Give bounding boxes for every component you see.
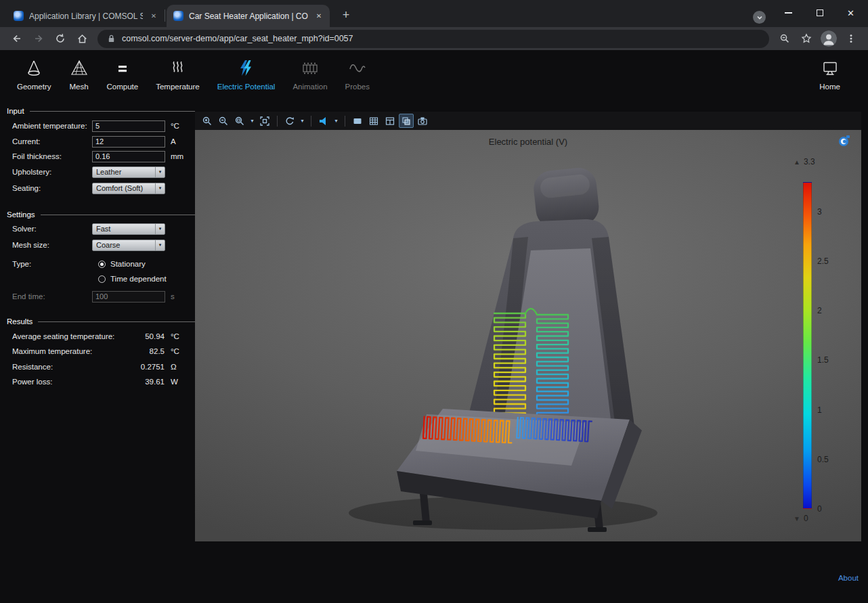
seating-select[interactable]: Comfort (Soft) ▾: [92, 183, 165, 194]
scene-light-icon: [318, 116, 329, 127]
ribbon-geometry[interactable]: Geometry: [8, 55, 60, 91]
close-tab-icon[interactable]: ✕: [148, 11, 159, 22]
zoom-box-icon: [234, 116, 245, 127]
ribbon-compute[interactable]: Compute: [98, 55, 148, 91]
scene-light-menu[interactable]: ▾: [332, 114, 340, 128]
reset-view-button[interactable]: [282, 114, 297, 128]
chevron-down-icon: [756, 14, 763, 21]
forward-button[interactable]: [28, 28, 49, 49]
comsol-favicon-icon: [14, 11, 24, 21]
lock-icon[interactable]: [107, 34, 116, 43]
result-value: 39.61: [92, 378, 165, 386]
unit-label: mm: [171, 152, 183, 160]
zoom-in-icon: [202, 116, 213, 127]
ambient-temperature-input[interactable]: [92, 120, 165, 132]
result-value: 82.5: [92, 347, 165, 355]
minimize-icon: [785, 12, 792, 13]
grid-button[interactable]: [366, 114, 381, 128]
maximize-icon: [817, 9, 823, 16]
ribbon-label: Compute: [107, 83, 139, 91]
about-link[interactable]: About: [838, 574, 859, 582]
solver-select[interactable]: Fast ▾: [92, 223, 165, 235]
unit-label: Ω: [171, 363, 177, 371]
back-button[interactable]: [7, 28, 27, 49]
zoom-box-menu[interactable]: ▾: [248, 114, 256, 128]
unit-label: A: [171, 137, 176, 146]
zoom-indicator-button[interactable]: [775, 28, 795, 49]
zoom-box-button[interactable]: [232, 114, 247, 128]
profile-avatar[interactable]: [821, 30, 837, 47]
field-row: Solver: Fast ▾: [7, 223, 195, 235]
chevron-down-icon: ▾: [155, 224, 165, 234]
field-label: Solver:: [12, 225, 37, 233]
toolbar-separator: [311, 116, 311, 127]
reset-view-menu[interactable]: ▾: [299, 114, 306, 128]
zoom-out-button[interactable]: [216, 114, 231, 128]
radio-label: Stationary: [110, 260, 146, 268]
new-tab-button[interactable]: +: [337, 6, 355, 24]
tab-search-button[interactable]: [753, 11, 766, 24]
snapshot-button[interactable]: [415, 114, 430, 128]
radio-icon[interactable]: [98, 275, 106, 283]
foil-thickness-input[interactable]: [92, 151, 165, 162]
table-button[interactable]: [383, 114, 397, 128]
ribbon-label: Animation: [292, 83, 327, 91]
zoom-indicator-icon: [779, 33, 790, 44]
ribbon-mesh[interactable]: Mesh: [60, 55, 98, 91]
section-header-settings: Settings: [7, 210, 195, 219]
minimize-button[interactable]: [773, 1, 804, 24]
radio-stationary[interactable]: Stationary: [98, 258, 146, 270]
plot-canvas[interactable]: Electric potential (V): [195, 130, 861, 541]
tab-car-seat-heater[interactable]: Car Seat Heater Application | CO ✕: [167, 5, 330, 27]
section-title: Input: [7, 107, 24, 115]
max-marker-icon: ▲: [794, 158, 800, 166]
radio-label: Time dependent: [110, 275, 167, 283]
current-input[interactable]: [92, 136, 165, 148]
ribbon-label: Mesh: [69, 83, 88, 91]
white-background-button[interactable]: [350, 114, 365, 128]
ribbon-label: Geometry: [17, 83, 51, 91]
zoom-in-button[interactable]: [200, 114, 215, 128]
select-value: Leather: [96, 168, 155, 176]
reload-icon: [55, 33, 66, 44]
tab-title: Car Seat Heater Application | CO: [189, 12, 308, 21]
tab-application-library[interactable]: Application Library | COMSOL Se ✕: [7, 5, 165, 27]
comsol-favicon-icon: [173, 11, 183, 21]
avatar-icon: [821, 30, 837, 47]
zoom-extents-icon: [259, 116, 270, 127]
maximize-button[interactable]: [804, 1, 835, 24]
browser-menu-button[interactable]: [841, 28, 861, 49]
radio-icon[interactable]: [98, 261, 106, 268]
geometry-icon: [24, 55, 44, 79]
field-label: Current:: [12, 137, 41, 146]
mesh-size-select[interactable]: Coarse ▾: [92, 240, 165, 251]
ribbon-home[interactable]: Home: [810, 55, 849, 91]
field-label: Upholstery:: [12, 168, 51, 176]
bookmark-button[interactable]: [796, 28, 817, 49]
ribbon-temperature[interactable]: Temperature: [147, 55, 209, 91]
electric-potential-icon: [236, 55, 257, 79]
legend-min: ▼ 0: [794, 514, 808, 523]
close-window-button[interactable]: ✕: [836, 1, 866, 24]
field-label: Mesh size:: [12, 241, 49, 249]
url-omnibox[interactable]: comsol.com/server-demo/app/car_seat_heat…: [97, 30, 769, 48]
ribbon-label: Probes: [345, 83, 370, 91]
reload-button[interactable]: [50, 28, 70, 49]
app-toolbar: Geometry Mesh Compute Temperature: [0, 50, 868, 107]
select-value: Fast: [96, 225, 155, 233]
result-row: Resistance: 0.2751 Ω: [7, 361, 195, 373]
zoom-extents-button[interactable]: [257, 114, 272, 128]
section-title: Results: [7, 317, 32, 326]
close-tab-icon[interactable]: ✕: [313, 11, 324, 22]
transparency-button[interactable]: [399, 114, 414, 128]
scene-light-button[interactable]: [316, 114, 331, 128]
home-button[interactable]: [72, 28, 92, 49]
compute-icon: [112, 55, 133, 79]
legend-tick: 0: [817, 504, 822, 514]
radio-time-dependent[interactable]: Time dependent: [98, 273, 167, 285]
camera-icon: [417, 116, 428, 127]
upholstery-select[interactable]: Leather ▾: [92, 166, 165, 178]
chevron-down-icon: ▾: [155, 167, 165, 177]
ribbon-electric-potential[interactable]: Electric Potential: [209, 55, 284, 91]
graphics-window: ▾ ▾ ▾: [195, 112, 861, 541]
